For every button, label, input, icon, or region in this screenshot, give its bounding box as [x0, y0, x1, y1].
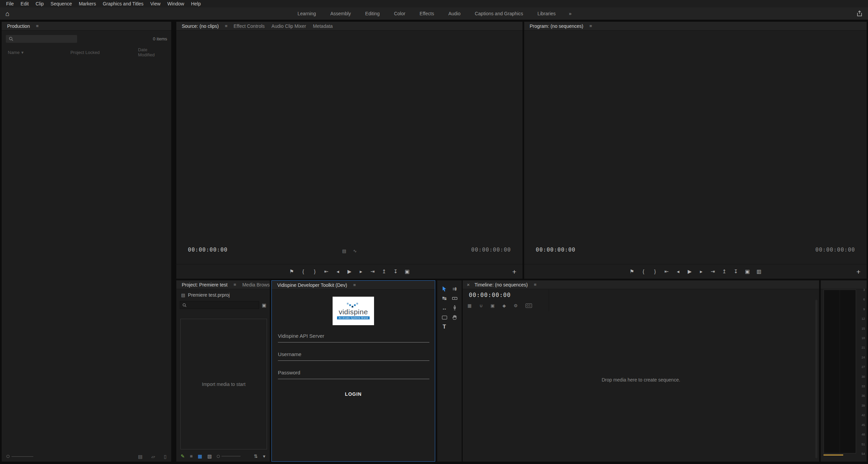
pen-tool[interactable]: [449, 304, 460, 311]
tab-effect-controls[interactable]: Effect Controls: [230, 22, 268, 31]
workspace-tab[interactable]: Learning: [290, 7, 323, 20]
thumbnail-zoom-slider[interactable]: [217, 455, 241, 458]
add-marker-button[interactable]: ⚑: [628, 268, 635, 275]
type-tool[interactable]: T: [439, 323, 449, 330]
extract-button[interactable]: ↧: [732, 268, 739, 275]
new-bin-button[interactable]: ▱: [152, 454, 155, 459]
production-search-input[interactable]: [16, 36, 74, 41]
tab-production[interactable]: Production: [4, 22, 33, 31]
column-header-name[interactable]: Name ▾: [8, 50, 70, 55]
panel-menu-icon[interactable]: ≡: [222, 23, 230, 29]
play-button[interactable]: ▶: [686, 268, 693, 275]
project-writable-icon[interactable]: ✎: [181, 453, 185, 459]
timeline-playhead-timecode[interactable]: 00:00:00:00: [469, 292, 511, 298]
workspace-tab[interactable]: Effects: [412, 7, 441, 20]
timeline-settings-button[interactable]: ⚙: [514, 303, 518, 308]
workspace-tab[interactable]: Assembly: [323, 7, 358, 20]
menu-item[interactable]: Sequence: [47, 0, 75, 7]
export-frame-button[interactable]: ▣: [744, 268, 751, 275]
login-button[interactable]: LOGIN: [272, 391, 435, 397]
go-to-out-button[interactable]: ⇥: [369, 268, 376, 275]
new-item-button[interactable]: ▤: [138, 454, 142, 459]
step-forward-button[interactable]: ▸: [358, 268, 365, 275]
tab-program[interactable]: Program: (no sequences): [526, 22, 587, 31]
workspace-tab[interactable]: Color: [387, 7, 412, 20]
tab-audio-clip-mixer[interactable]: Audio Clip Mixer: [268, 22, 309, 31]
menu-item[interactable]: Help: [188, 0, 204, 7]
add-marker-button[interactable]: ⚑: [288, 268, 295, 275]
column-header-project-locked[interactable]: Project Locked: [70, 50, 138, 55]
workspace-tab[interactable]: Audio: [441, 7, 468, 20]
panel-menu-icon[interactable]: ≡: [231, 282, 239, 287]
tab-metadata[interactable]: Metadata: [309, 22, 336, 31]
add-marker-button[interactable]: ◆: [502, 303, 506, 308]
list-view-button[interactable]: ≡: [190, 453, 193, 459]
create-bin-from-search-icon[interactable]: ▣: [262, 302, 266, 308]
column-header-date-modified[interactable]: Date Modified: [138, 47, 165, 57]
project-bin-drop-area[interactable]: Import media to start: [180, 319, 267, 449]
sequence-nest-toggle[interactable]: ▦: [467, 303, 472, 308]
mark-in-button[interactable]: {: [640, 268, 647, 275]
program-current-timecode[interactable]: 00:00:00:00: [536, 246, 575, 253]
mark-out-button[interactable]: }: [312, 268, 318, 275]
sort-caret-icon[interactable]: ▾: [263, 453, 265, 459]
menu-item[interactable]: File: [3, 0, 17, 7]
drag-video-icon[interactable]: ▤: [342, 248, 346, 254]
delete-button[interactable]: ▯: [164, 454, 166, 459]
tab-source[interactable]: Source: (no clips): [178, 22, 222, 31]
source-current-timecode[interactable]: 00:00:00:00: [188, 246, 228, 253]
username-input[interactable]: [278, 349, 429, 361]
tab-project[interactable]: Project: Premiere test: [178, 280, 231, 289]
lift-button[interactable]: ↥: [381, 268, 388, 275]
rectangle-tool[interactable]: [439, 314, 449, 321]
step-forward-button[interactable]: ▸: [698, 268, 705, 275]
project-search-input[interactable]: [189, 302, 256, 308]
lift-button[interactable]: ↥: [721, 268, 728, 275]
razor-tool[interactable]: [449, 295, 460, 302]
menu-item[interactable]: Window: [164, 0, 188, 7]
play-button[interactable]: ▶: [346, 268, 353, 275]
button-editor-add-icon[interactable]: +: [856, 268, 861, 275]
menu-item[interactable]: Markers: [75, 0, 100, 7]
tab-vidispine-toolkit[interactable]: Vidispine Developer Toolkit (Dev): [274, 281, 351, 290]
snap-toggle[interactable]: ∪: [479, 303, 483, 308]
project-file-row[interactable]: ▤ Premiere test.prproj: [181, 292, 230, 298]
step-back-button[interactable]: ◂: [335, 268, 341, 275]
workspace-tab[interactable]: Captions and Graphics: [467, 7, 530, 20]
password-input[interactable]: [278, 367, 429, 379]
go-to-out-button[interactable]: ⇥: [709, 268, 716, 275]
zoom-handle[interactable]: [6, 455, 10, 458]
workspace-tab[interactable]: Libraries: [530, 7, 563, 20]
extract-button[interactable]: ↧: [392, 268, 399, 275]
linked-selection-toggle[interactable]: ▣: [491, 303, 495, 308]
freeform-view-button[interactable]: ▧: [207, 453, 212, 459]
go-to-in-button[interactable]: ⇤: [663, 268, 670, 275]
export-frame-button[interactable]: ▣: [404, 268, 411, 275]
menu-item[interactable]: View: [147, 0, 164, 7]
drag-audio-icon[interactable]: ∿: [353, 248, 357, 254]
step-back-button[interactable]: ◂: [675, 268, 681, 275]
tab-media-browser[interactable]: Media Browser: [239, 280, 270, 289]
ripple-edit-tool[interactable]: ↹: [439, 295, 449, 302]
sort-icons-button[interactable]: ⇅: [254, 453, 258, 459]
mark-out-button[interactable]: }: [652, 268, 658, 275]
quick-export-icon[interactable]: [856, 10, 863, 17]
api-server-input[interactable]: [278, 330, 429, 342]
button-editor-add-icon[interactable]: +: [512, 268, 516, 275]
panel-menu-icon[interactable]: ≡: [531, 282, 539, 287]
menu-item[interactable]: Clip: [32, 0, 47, 7]
close-panel-icon[interactable]: ×: [465, 282, 471, 287]
tab-timeline[interactable]: Timeline: (no sequences): [471, 280, 531, 289]
hand-tool[interactable]: [449, 314, 460, 321]
workspace-tab[interactable]: Editing: [358, 7, 387, 20]
panel-menu-icon[interactable]: ≡: [587, 23, 595, 29]
zoom-handle[interactable]: [217, 455, 220, 458]
workspace-overflow-icon[interactable]: »: [563, 11, 578, 16]
selection-tool[interactable]: [439, 285, 449, 292]
slip-tool[interactable]: ↔: [439, 304, 449, 311]
panel-menu-icon[interactable]: ≡: [351, 282, 359, 287]
menu-item[interactable]: Graphics and Titles: [99, 0, 147, 7]
track-select-forward-tool[interactable]: ⇉: [449, 285, 460, 292]
comparison-view-button[interactable]: ▥: [756, 268, 762, 275]
thumbnail-zoom-slider[interactable]: [6, 455, 33, 458]
